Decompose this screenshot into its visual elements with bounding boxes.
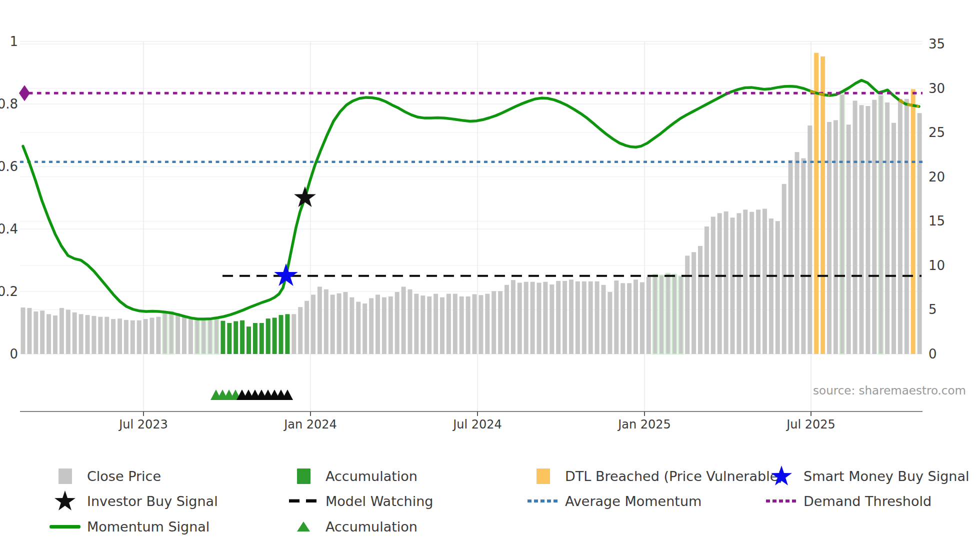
investor-buy-signal-star-icon	[294, 186, 316, 208]
close-price-bar	[782, 184, 786, 354]
close-price-bar	[427, 296, 432, 354]
legend-item-smart-money-buy-signal: Smart Money Buy Signal	[764, 464, 970, 488]
close-price-bar	[369, 298, 374, 354]
close-price-bar	[492, 291, 496, 354]
close-price-bar	[324, 290, 328, 354]
investor-buy-signal-star-icon	[47, 488, 83, 514]
left-axis-tick-label: 0	[10, 346, 18, 362]
close-price-bar	[678, 276, 683, 354]
close-price-bar	[556, 281, 560, 354]
close-price-bar	[40, 310, 44, 354]
accumulation-bar	[285, 314, 290, 354]
accumulation-bar	[234, 321, 238, 354]
close-price-bar	[711, 216, 716, 354]
close-price-bar	[840, 94, 844, 354]
close-price-bar	[853, 100, 858, 354]
x-tick-label: Jul 2023	[118, 418, 168, 432]
close-price-bar	[530, 282, 535, 354]
close-price-bar	[453, 294, 458, 354]
right-axis-tick-label: 5	[928, 302, 937, 317]
close-price-square-icon	[47, 468, 83, 484]
close-price-bar	[66, 310, 70, 354]
close-price-bar	[402, 286, 406, 354]
accumulation-bar	[272, 318, 277, 354]
right-axis-tick-label: 15	[928, 214, 945, 228]
close-price-bar	[614, 280, 618, 354]
close-price-bar	[137, 320, 142, 354]
close-price-bar	[72, 312, 77, 354]
close-price-bar	[769, 218, 774, 354]
close-price-bar	[595, 282, 600, 354]
close-price-bar	[214, 319, 219, 354]
close-price-bar	[318, 286, 322, 354]
legend-item-model-watching: Model Watching	[286, 489, 433, 513]
x-tick-label: Jan 2025	[617, 418, 671, 432]
close-price-bar	[53, 316, 58, 354]
close-price-bar	[518, 282, 522, 354]
left-axis-tick-label: 0.6	[0, 159, 18, 174]
close-price-bar	[627, 283, 632, 354]
close-price-bar	[860, 105, 864, 354]
close-price-bar	[311, 294, 316, 354]
accumulation-bar	[246, 326, 251, 354]
legend-item-average-momentum: Average Momentum	[525, 489, 702, 513]
close-price-bar	[646, 277, 651, 354]
close-price-bar	[776, 221, 780, 354]
close-price-bar	[904, 99, 909, 354]
legend-item-dtl-breached: DTL Breached (Price Vulnerable)	[525, 464, 784, 488]
close-price-bar	[898, 99, 902, 354]
legend-item-investor-buy-signal: Investor Buy Signal	[47, 489, 218, 513]
dtl-breached-bar	[911, 89, 916, 354]
close-price-bar	[182, 316, 186, 354]
close-price-bar	[118, 318, 122, 354]
accumulation-bar	[253, 323, 258, 354]
legend-label: Model Watching	[326, 494, 433, 509]
close-price-bar	[337, 294, 342, 354]
close-price-bar	[653, 274, 658, 354]
close-price-bar	[872, 100, 876, 354]
close-price-bar	[124, 320, 128, 354]
close-price-bar	[918, 113, 922, 354]
close-price-bar	[692, 252, 696, 354]
close-price-bar	[298, 307, 302, 354]
legend-item-close-price: Close Price	[47, 464, 161, 488]
close-price-bar	[356, 302, 360, 354]
close-price-bar	[382, 298, 386, 354]
close-price-bar	[150, 318, 154, 354]
close-price-bar	[46, 314, 51, 354]
close-price-bar	[562, 281, 567, 354]
close-price-bar	[750, 212, 754, 354]
close-price-bar	[420, 296, 425, 354]
close-price-bar	[86, 315, 90, 354]
close-price-bar	[620, 283, 625, 354]
accumulation-bar	[266, 318, 270, 354]
accumulation-bar	[260, 323, 264, 354]
close-price-bar	[718, 213, 722, 354]
close-price-bar	[582, 282, 586, 354]
accumulation-bar	[227, 323, 232, 354]
source-credit: source: sharemaestro.com	[813, 384, 966, 397]
legend-label: Close Price	[87, 468, 161, 484]
close-price-bar	[330, 294, 335, 354]
close-price-bar	[176, 314, 180, 354]
close-price-bar	[188, 319, 193, 354]
average-momentum-dots-icon	[525, 499, 561, 503]
close-price-bar	[156, 317, 160, 354]
close-price-bar	[111, 319, 116, 354]
close-price-bar	[195, 320, 200, 354]
dtl-breached-bar	[820, 56, 825, 354]
close-price-bar	[144, 319, 148, 354]
close-price-bar	[698, 246, 702, 354]
close-price-bar	[466, 296, 470, 354]
close-price-bar	[344, 292, 348, 354]
close-price-bar	[292, 314, 296, 354]
accumulation-triangles-triangle-icon	[286, 520, 322, 532]
close-price-bar	[362, 304, 367, 354]
close-price-bar	[588, 282, 593, 354]
close-price-bar	[666, 274, 670, 354]
left-axis-tick-label: 0.4	[0, 222, 18, 236]
left-axis-tick-label: 0.8	[0, 96, 18, 112]
model-watching-dashes-icon	[286, 499, 322, 503]
close-price-bar	[498, 291, 502, 354]
close-price-bar	[408, 290, 412, 354]
